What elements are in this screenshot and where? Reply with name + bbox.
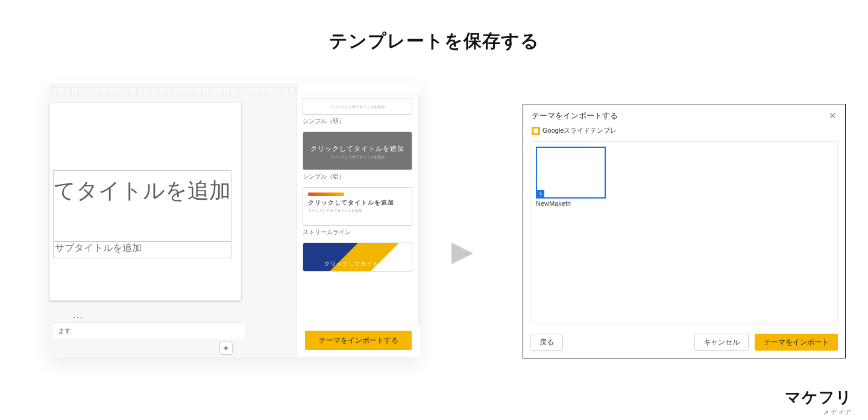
- arrow-right-icon: [444, 235, 480, 272]
- close-icon[interactable]: ✕: [829, 110, 837, 121]
- ellipsis-icon: …: [72, 308, 84, 321]
- thumbnail-image: [536, 147, 606, 199]
- brand-sub: メディア: [785, 408, 852, 416]
- brand-logo: マケフリ メディア: [785, 387, 852, 416]
- presentation-thumbnail[interactable]: NewMakefri: [536, 147, 606, 207]
- theme-card-sub: クリックしてサブタイトルを追加: [308, 208, 412, 214]
- slide-canvas: てタイトルを追加 サブタイトルを追加: [49, 103, 241, 301]
- theme-card-title: クリックしてタイトルを追加: [308, 199, 412, 207]
- import-button[interactable]: テーマをインポート: [755, 334, 838, 351]
- theme-caption: シンプル（明）: [303, 117, 412, 126]
- theme-card-sub: クリックしてサブタイトルを追加: [303, 104, 412, 110]
- dialog-title: テーマをインポートする: [532, 110, 618, 121]
- theme-sidebar: クリックしてサブタイトルを追加 シンプル（明） クリックしてタイトルを追加 クリ…: [296, 84, 420, 357]
- theme-caption: ストリームライン: [303, 228, 412, 237]
- cancel-button[interactable]: キャンセル: [694, 334, 749, 351]
- theme-card-title: クリックしてタイトルを追加: [303, 144, 412, 153]
- svg-marker-0: [451, 243, 473, 264]
- theme-card[interactable]: クリックしてタイトルを追加 クリックしてサブタイトルを追加: [303, 187, 412, 226]
- slides-icon: [532, 127, 540, 135]
- before-screenshot: てタイトルを追加 サブタイトルを追加 … ます ✦ クリックしてサブタイトルを追…: [49, 84, 420, 357]
- back-button[interactable]: 戻る: [530, 334, 563, 351]
- page-title: テンプレートを保存する: [0, 29, 868, 54]
- thumbnail-name: NewMakefri: [536, 200, 606, 207]
- theme-card-sub: クリックしてサブタイトルを追加: [303, 154, 412, 160]
- slide-title-placeholder[interactable]: てタイトルを追加: [53, 170, 231, 241]
- brand-main: マケフリ: [785, 387, 852, 408]
- theme-caption: シンプル（暗）: [303, 173, 412, 181]
- theme-card-title: クリックしてタイトルを: [303, 260, 412, 268]
- breadcrumb[interactable]: Googleスライドテンプレ: [523, 126, 845, 139]
- slide-subtitle-placeholder[interactable]: サブタイトルを追加: [53, 241, 231, 258]
- theme-card[interactable]: クリックしてタイトルを: [303, 243, 412, 272]
- import-theme-button[interactable]: テーマをインポートする: [305, 331, 412, 350]
- explore-button[interactable]: ✦: [219, 342, 233, 355]
- breadcrumb-label: Googleスライドテンプレ: [542, 126, 617, 135]
- theme-card[interactable]: クリックしてサブタイトルを追加: [303, 98, 412, 115]
- theme-card[interactable]: クリックしてタイトルを追加 クリックしてサブタイトルを追加: [303, 132, 412, 170]
- ruler: [49, 87, 296, 95]
- import-theme-dialog: テーマをインポートする ✕ Googleスライドテンプレ NewMakefri …: [523, 104, 846, 358]
- speaker-notes-snippet[interactable]: ます: [53, 322, 245, 339]
